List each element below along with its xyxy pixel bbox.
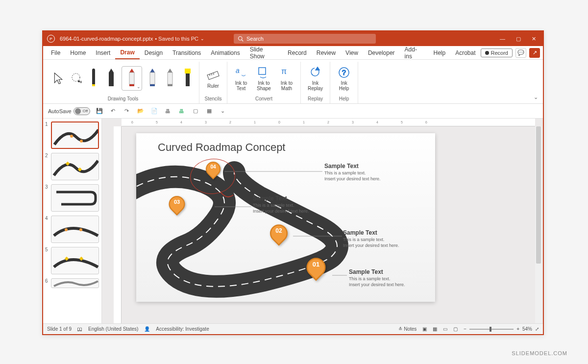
ink-stroke xyxy=(220,191,234,201)
close-button[interactable]: ✕ xyxy=(532,36,536,42)
thumbnail-6[interactable] xyxy=(51,278,99,288)
view-sorter-button[interactable]: ▦ xyxy=(433,326,437,332)
zoom-in-button[interactable]: + xyxy=(516,326,519,332)
zoom-control[interactable]: − + 54% ⤢ xyxy=(464,326,539,332)
redo-button[interactable]: ↷ xyxy=(122,107,131,116)
search-box[interactable]: Search xyxy=(234,34,376,44)
autosave-toggle[interactable]: AutoSave Off xyxy=(48,107,90,115)
language-status[interactable]: English (United States) xyxy=(88,326,138,332)
tab-help[interactable]: Help xyxy=(428,46,450,59)
tab-view[interactable]: View xyxy=(341,46,363,59)
save-button[interactable]: 💾 xyxy=(95,107,104,116)
sample-text-2[interactable]: Sample TextThis is a sample text.Insert … xyxy=(343,229,399,248)
pin-04[interactable]: 04 xyxy=(206,162,220,180)
thumbnail-1[interactable] xyxy=(51,121,99,149)
highlighter-yellow[interactable] xyxy=(180,66,195,91)
quick-print-button[interactable]: 🖶 xyxy=(177,107,186,116)
slide-counter[interactable]: Slide 1 of 9 xyxy=(47,326,72,332)
slide-content[interactable]: Curved Roadmap Concept 04 03 02 01 xyxy=(136,133,435,302)
zoom-out-button[interactable]: − xyxy=(464,326,466,332)
ink-help-button[interactable]: ?Ink Help xyxy=(334,64,354,93)
tab-slideshow[interactable]: Slide Show xyxy=(245,46,283,59)
document-name: 6964-01-curved-roadmap-concept.pptx xyxy=(60,36,153,42)
svg-text:2: 2 xyxy=(229,121,231,124)
maximize-button[interactable]: ▢ xyxy=(516,36,521,42)
notes-button[interactable]: ≛ Notes xyxy=(398,326,416,332)
thumbnail-3[interactable] xyxy=(51,184,99,212)
tab-animations[interactable]: Animations xyxy=(206,46,245,59)
sample-text-4[interactable]: Sample TextThis is a sample text.Insert … xyxy=(324,163,381,182)
save-status[interactable]: • Saved to this PC xyxy=(155,36,198,42)
tab-developer[interactable]: Developer xyxy=(363,46,400,59)
print-button[interactable]: 🖶 xyxy=(164,107,172,116)
svg-text:0: 0 xyxy=(278,121,280,124)
ink-to-text-button[interactable]: aInk to Text xyxy=(231,64,251,93)
touch-mode-button[interactable]: ▦ xyxy=(205,107,214,116)
qat-more-button[interactable]: ⌄ xyxy=(219,107,227,116)
watermark: SLIDEMODEL.COM xyxy=(512,350,567,356)
tab-record[interactable]: Record xyxy=(283,46,312,59)
pen-gray[interactable] xyxy=(163,66,177,91)
pen-yellow-thin[interactable] xyxy=(86,66,101,91)
tab-transitions[interactable]: Transitions xyxy=(168,46,206,59)
tab-draw[interactable]: Draw xyxy=(115,46,139,59)
svg-marker-7 xyxy=(92,69,95,70)
pin-02[interactable]: 02 xyxy=(270,224,288,247)
tab-design[interactable]: Design xyxy=(140,46,168,59)
view-normal-button[interactable]: ▣ xyxy=(422,326,427,332)
tab-file[interactable]: File xyxy=(46,46,65,59)
tab-review[interactable]: Review xyxy=(312,46,341,59)
tab-insert[interactable]: Insert xyxy=(91,46,115,59)
accessibility-icon: 👤 xyxy=(144,326,150,332)
thumbnail-2[interactable] xyxy=(51,153,99,180)
sample-text-3[interactable]: Sample TextThis is a sample text.Insert … xyxy=(253,195,309,214)
zoom-slider[interactable] xyxy=(469,329,514,330)
tab-home[interactable]: Home xyxy=(65,46,91,59)
select-tool[interactable] xyxy=(51,66,66,91)
accessibility-status[interactable]: Accessibility: Investigate xyxy=(156,326,209,332)
undo-button[interactable]: ↶ xyxy=(109,107,118,116)
share-button[interactable]: ↗ xyxy=(529,48,540,58)
view-slideshow-button[interactable]: ▢ xyxy=(453,326,458,332)
pen-blue[interactable] xyxy=(145,66,160,91)
pin-01[interactable]: 01 xyxy=(307,258,326,282)
record-button[interactable]: Record xyxy=(481,49,513,57)
ink-to-math-button[interactable]: πInk to Math xyxy=(277,64,296,93)
ink-to-text-icon: a xyxy=(234,66,248,79)
svg-text:3: 3 xyxy=(205,121,207,124)
ruler-button[interactable]: Ruler xyxy=(203,67,223,91)
pen-red-active[interactable] xyxy=(122,66,142,91)
sample-text-1[interactable]: Sample TextThis is a sample text.Insert … xyxy=(349,268,405,288)
thumbnail-5[interactable] xyxy=(51,247,99,274)
view-reading-button[interactable]: ▭ xyxy=(443,326,447,332)
ink-to-shape-icon xyxy=(257,66,270,79)
svg-rect-12 xyxy=(129,84,134,86)
pen-black[interactable] xyxy=(104,66,119,91)
new-button[interactable]: 📄 xyxy=(150,107,159,116)
thumbnail-4[interactable] xyxy=(51,216,99,243)
ink-to-math-icon: π xyxy=(280,66,294,79)
comments-button[interactable]: 💬 xyxy=(515,48,526,58)
fit-button[interactable]: ⤢ xyxy=(535,326,539,332)
group-drawing-tools: + Drawing Tools xyxy=(47,62,199,103)
svg-text:1: 1 xyxy=(254,121,256,124)
svg-text:2: 2 xyxy=(327,121,329,124)
present-button[interactable]: ▢ xyxy=(191,107,200,116)
slide-thumbnails[interactable]: 1 2 3 4 5 6 xyxy=(43,119,102,323)
tab-addins[interactable]: Add-ins xyxy=(400,46,429,59)
vertical-scrollbar[interactable] xyxy=(535,126,542,323)
open-button[interactable]: 📂 xyxy=(136,107,145,116)
tab-acrobat[interactable]: Acrobat xyxy=(450,46,480,59)
pin-03[interactable]: 03 xyxy=(169,196,185,217)
ink-replay-button[interactable]: Ink Replay xyxy=(305,64,326,93)
workspace: 1 2 3 4 5 6 6543210123456 Curved Roadmap… xyxy=(43,119,543,323)
ribbon-collapse-button[interactable]: ⌄ xyxy=(534,94,538,100)
ink-to-shape-button[interactable]: Ink to Shape xyxy=(254,64,274,93)
slide-canvas[interactable]: 6543210123456 Curved Roadmap Concept xyxy=(102,119,543,323)
chevron-down-icon[interactable]: ⌄ xyxy=(200,36,204,41)
lasso-tool[interactable]: + xyxy=(69,66,83,91)
svg-rect-15 xyxy=(150,84,155,86)
minimize-button[interactable]: — xyxy=(500,36,505,42)
zoom-percent[interactable]: 54% xyxy=(522,326,532,332)
svg-rect-5 xyxy=(92,70,95,84)
